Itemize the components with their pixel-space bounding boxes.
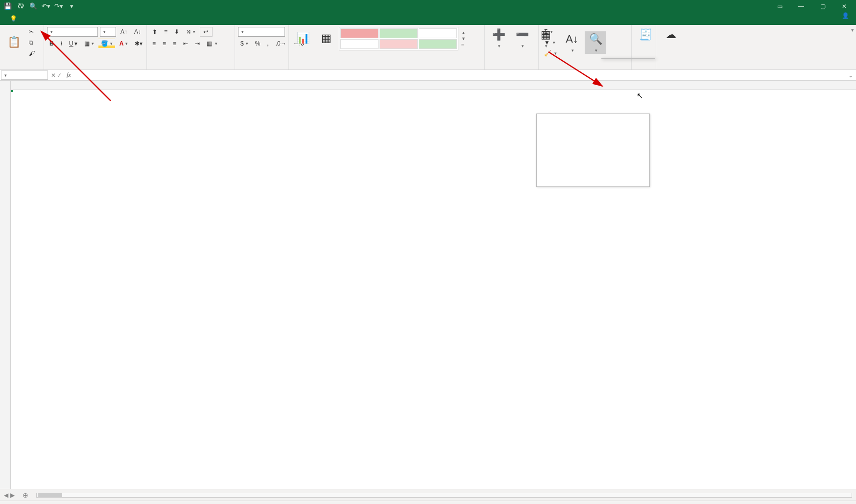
gallery-up-icon[interactable]: ▲ [461,30,466,35]
new-sheet-button[interactable]: ⊕ [19,491,32,499]
align-bottom-icon[interactable]: ⬇ [172,27,182,37]
enter-formula-icon[interactable]: ✓ [57,72,62,79]
align-right-icon[interactable]: ≡ [170,39,179,48]
minimize-button[interactable]: — [792,0,810,12]
group-alignment: ⬆ ≡ ⬇ ⤭ ↩ ≡ ≡ ≡ ⇤ ⇥ ▦ [147,25,235,69]
increase-decimal-icon[interactable]: .0→ [273,39,289,48]
sheet-tabs-row: ◀▶ ⊕ [0,489,856,501]
gallery-down-icon[interactable]: ▼ [461,36,466,41]
print-preview-icon[interactable]: 🔍 [29,2,37,10]
gallery-more-icon[interactable]: ⎓ [461,42,466,47]
merge-center-button[interactable]: ▦ [204,39,220,48]
currency-button[interactable]: $ [238,39,251,48]
group-invoice: 🧾 [632,25,656,69]
format-painter-button[interactable]: 🖌 [26,48,38,58]
cell-styles-gallery[interactable] [339,27,458,50]
orientation-icon[interactable]: ⤭ [184,27,198,37]
tell-me-search[interactable]: 💡 [10,12,19,25]
undo-icon[interactable]: ↶▾ [42,2,50,10]
column-headers[interactable] [11,81,856,90]
group-styles: 📊 ▦ ▲ ▼ ⎓ [289,25,485,69]
percent-button[interactable]: % [253,39,263,48]
decrease-indent-icon[interactable]: ⇤ [181,39,190,48]
redo-icon[interactable]: ↷▾ [55,2,63,10]
title-bar: 💾 🗘 🔍 ↶▾ ↷▾ ▾ ▭ — ▢ ✕ [0,0,856,12]
insert-cells-button[interactable]: ➕ [488,27,509,50]
row-headers[interactable] [0,81,11,489]
customize-qat-icon[interactable]: ▾ [68,2,75,10]
align-left-icon[interactable]: ≡ [150,39,158,48]
copy-button[interactable]: ⧉ [26,38,38,47]
refresh-icon[interactable]: 🗘 [17,2,24,10]
cancel-formula-icon[interactable]: ✕ [51,72,56,79]
border-button[interactable]: ▦ [82,39,96,48]
group-baidu: ☁ [656,25,686,69]
delete-cells-button[interactable]: ➖ [511,27,533,50]
collapse-ribbon-icon[interactable]: ▾ [851,27,854,33]
style-diff[interactable] [340,28,379,38]
fill-color-button[interactable]: 🪣 [98,39,115,48]
group-clipboard: 📋 ✂ ⧉ 🖌 [0,25,44,69]
increase-indent-icon[interactable]: ⇥ [192,39,202,48]
save-to-baidu-button[interactable]: ☁ [659,27,683,44]
number-format-select[interactable] [238,27,285,37]
save-icon[interactable]: 💾 [4,2,12,10]
font-name-select[interactable] [47,27,98,37]
underline-button[interactable]: U▾ [67,39,80,48]
phonetic-button[interactable]: ✱▾ [132,39,145,48]
paste-button[interactable]: 📋 [3,34,24,51]
increase-font-icon[interactable]: A↑ [118,27,130,37]
group-cells: ➕ ➖ ▦ [485,25,539,69]
style-good[interactable] [380,28,418,38]
quick-access-toolbar: 💾 🗘 🔍 ↶▾ ↷▾ ▾ [4,2,75,10]
sheet-tab-nav[interactable]: ◀▶ [0,492,19,499]
chart-bars [539,117,647,166]
clear-button[interactable]: 🧹 [542,48,559,58]
expand-formula-bar-icon[interactable]: ⌄ [845,72,856,79]
embedded-chart[interactable] [536,114,650,187]
conditional-formatting-button[interactable]: 📊 [292,30,313,47]
menu-bar: 💡 👤 [0,12,856,25]
font-size-select[interactable] [100,27,116,37]
group-editing: Σ ▼ 🧹 A↓ 🔍 [539,25,632,69]
name-box[interactable] [1,70,48,80]
style-bad[interactable] [380,39,418,49]
style-normal[interactable] [340,39,379,49]
style-good2[interactable] [419,39,457,49]
cut-button[interactable]: ✂ [26,27,38,37]
bold-button[interactable]: B [47,39,56,48]
selection-outline [11,90,13,92]
invoice-check-button[interactable]: 🧾 [635,27,656,44]
italic-button[interactable]: I [58,39,65,48]
wrap-text-button[interactable]: ↩ [200,27,213,37]
align-top-icon[interactable]: ⬆ [150,27,160,37]
find-select-dropdown [601,58,655,59]
align-middle-icon[interactable]: ≡ [162,27,170,37]
status-bar: ▦ ▤ ▧ − + [0,501,856,504]
worksheet [0,81,856,489]
find-select-button[interactable]: 🔍 [585,31,606,54]
autosum-button[interactable]: Σ [542,27,559,37]
close-button[interactable]: ✕ [835,0,853,12]
font-color-button[interactable]: A [117,39,131,48]
formula-bar-row: ✕ ✓ fx ⌄ [0,70,856,81]
align-center-icon[interactable]: ≡ [160,39,168,48]
sheet-scrollbar[interactable] [36,493,852,498]
ribbon: 📋 ✂ ⧉ 🖌 A↑ A↓ B I U▾ ▦ 🪣 A [0,25,856,70]
comma-button[interactable]: , [264,39,271,48]
fill-button[interactable]: ▼ [542,38,559,47]
share-button[interactable]: 👤 [842,12,851,19]
group-font: A↑ A↓ B I U▾ ▦ 🪣 A ✱▾ [44,25,147,69]
group-number: $ % , .0→ ←.0 [235,25,289,69]
fx-icon[interactable]: fx [64,71,74,79]
mouse-cursor-icon: ↖ [637,91,643,100]
sort-filter-button[interactable]: A↓ [561,31,583,54]
decrease-font-icon[interactable]: A↓ [132,27,143,37]
ribbon-options-icon[interactable]: ▭ [771,0,788,12]
format-as-table-button[interactable]: ▦ [315,30,337,47]
style-thousand[interactable] [419,28,457,38]
maximize-button[interactable]: ▢ [814,0,832,12]
